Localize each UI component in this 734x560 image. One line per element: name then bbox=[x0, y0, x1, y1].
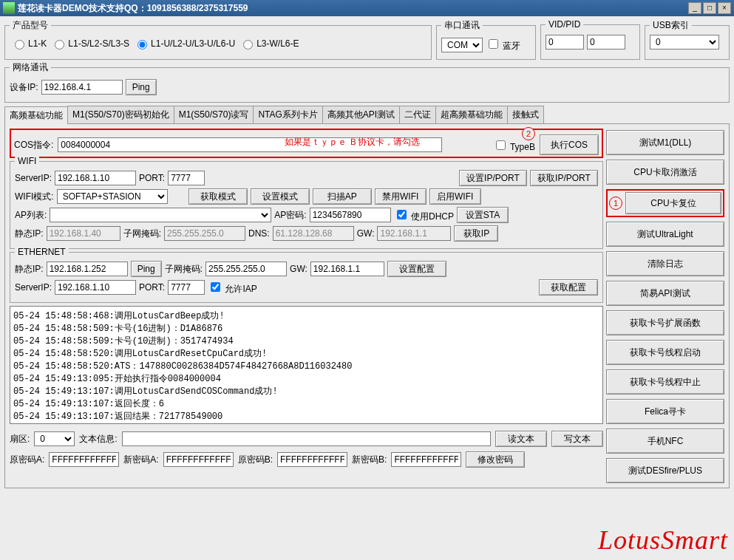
get-mode-button[interactable]: 获取模式 bbox=[188, 188, 248, 205]
tab-hf-basic[interactable]: 高频基础功能 bbox=[4, 106, 68, 124]
eth-serverip[interactable] bbox=[55, 280, 136, 295]
tab-contact[interactable]: 接触式 bbox=[507, 106, 544, 123]
pwd-b-old[interactable] bbox=[277, 452, 347, 467]
pwd-a-new[interactable] bbox=[163, 452, 234, 467]
set-ipport-button[interactable]: 设置IP/PORT bbox=[459, 170, 527, 186]
cpu-reset-button[interactable]: CPU卡复位 bbox=[625, 192, 721, 214]
scan-ap-button[interactable]: 扫描AP bbox=[313, 188, 372, 205]
tab-ntag[interactable]: NTAG系列卡片 bbox=[253, 106, 322, 123]
app-icon bbox=[3, 2, 15, 14]
test-m1-button[interactable]: 测试M1(DLL) bbox=[606, 130, 724, 155]
com-select[interactable]: COM1 bbox=[441, 38, 483, 52]
log-output[interactable]: 05-24 15:48:58:468:调用LotusCardBeep成功! 05… bbox=[10, 306, 603, 424]
tab-hf-api[interactable]: 高频其他API测试 bbox=[322, 106, 400, 123]
minimize-button[interactable]: _ bbox=[688, 2, 701, 14]
watermark: LotusSmart bbox=[598, 525, 728, 556]
product-legend: 产品型号 bbox=[10, 19, 51, 32]
set-config-button[interactable]: 设置配置 bbox=[387, 261, 446, 277]
write-text-button[interactable]: 写文本 bbox=[551, 431, 603, 447]
radio-l3w[interactable]: L3-W/L6-E bbox=[239, 38, 299, 49]
dhcp-check[interactable]: 使用DHCP bbox=[394, 208, 454, 223]
eth-gw[interactable] bbox=[310, 262, 384, 276]
bluetooth-check[interactable]: 蓝牙 bbox=[486, 37, 520, 52]
cos-command-box: COS指令: 如果是ｔｙｐｅ Ｂ协议卡，请勾选 TypeB 2 执行COS bbox=[10, 129, 603, 158]
radio-l1u[interactable]: L1-U/L2-U/L3-U/L6-U bbox=[134, 38, 235, 49]
ap-list-select[interactable] bbox=[50, 208, 271, 222]
ext-func-button[interactable]: 获取卡号扩展函数 bbox=[606, 310, 724, 335]
cpu-reset-highlight: 1 CPU卡复位 bbox=[606, 189, 724, 217]
side-buttons: 测试M1(DLL) CPU卡取消激活 1 CPU卡复位 测试UltraLight… bbox=[606, 129, 724, 483]
thread-start-button[interactable]: 获取卡号线程启动 bbox=[606, 340, 724, 365]
get-ipport-button[interactable]: 获取IP/PORT bbox=[530, 170, 598, 186]
enable-wifi-button[interactable]: 启用WIFI bbox=[429, 188, 481, 205]
wifi-group: WIFI ServerIP: PORT: 设置IP/PORT 获取IP/PORT… bbox=[10, 161, 603, 249]
network-group: 网络通讯 设备IP: Ping bbox=[4, 61, 730, 103]
sector-select[interactable]: 0 bbox=[34, 431, 75, 446]
eth-mask[interactable] bbox=[205, 262, 287, 276]
titlebar: 莲花读卡器DEMO技术支持QQ：1091856388/2375317559 _ … bbox=[0, 0, 734, 16]
set-mode-button[interactable]: 设置模式 bbox=[251, 188, 310, 205]
ping-button[interactable]: Ping bbox=[126, 79, 157, 95]
usb-index-select[interactable]: 0 bbox=[650, 35, 719, 49]
eth-static-ip[interactable] bbox=[47, 262, 128, 276]
felica-button[interactable]: Felica寻卡 bbox=[606, 399, 724, 424]
clear-log-button[interactable]: 清除日志 bbox=[606, 251, 724, 276]
product-model-group: 产品型号 L1-K L1-S/L2-S/L3-S L1-U/L2-U/L3-U/… bbox=[4, 19, 432, 60]
exec-cos-button[interactable]: 执行COS bbox=[540, 134, 599, 155]
tab-bar: 高频基础功能 M1(S50/S70)密码初始化 M1(S50/S70)读写 NT… bbox=[4, 106, 730, 124]
cpu-deactivate-button[interactable]: CPU卡取消激活 bbox=[606, 160, 724, 185]
wifi-serverip-input[interactable] bbox=[55, 171, 136, 185]
pid-input[interactable] bbox=[587, 35, 625, 49]
tab-m1-rw[interactable]: M1(S50/S70)读写 bbox=[174, 106, 254, 123]
tab-idcard[interactable]: 二代证 bbox=[399, 106, 436, 123]
eth-ping-button[interactable]: Ping bbox=[131, 261, 162, 277]
eth-port[interactable] bbox=[168, 280, 205, 295]
ap-pwd-input[interactable] bbox=[310, 208, 391, 222]
product-radios: L1-K L1-S/L2-S/L3-S L1-U/L2-U/L3-U/L6-U … bbox=[10, 35, 427, 52]
thread-stop-button[interactable]: 获取卡号线程中止 bbox=[606, 369, 724, 395]
tab-uhf[interactable]: 超高频基础功能 bbox=[435, 106, 508, 123]
radio-l1s[interactable]: L1-S/L2-S/L3-S bbox=[51, 38, 129, 49]
iap-check[interactable]: 允许IAP bbox=[208, 280, 257, 296]
read-text-button[interactable]: 读文本 bbox=[495, 431, 547, 447]
modify-pwd-button[interactable]: 修改密码 bbox=[466, 451, 525, 468]
close-button[interactable]: × bbox=[718, 2, 731, 14]
disable-wifi-button[interactable]: 禁用WIFI bbox=[375, 188, 427, 205]
pwd-b-new[interactable] bbox=[391, 452, 461, 467]
vidpid-group: VID/PID bbox=[540, 19, 640, 60]
get-config-button[interactable]: 获取配置 bbox=[539, 279, 598, 296]
annotation-1: 1 bbox=[609, 197, 622, 210]
tab-m1-pwd-init[interactable]: M1(S50/S70)密码初始化 bbox=[67, 106, 174, 123]
wifi-gw bbox=[377, 226, 451, 241]
usb-index-group: USB索引 0 bbox=[645, 19, 730, 60]
get-ip-button[interactable]: 获取IP bbox=[454, 225, 498, 242]
simple-api-button[interactable]: 简易API测试 bbox=[606, 281, 724, 306]
text-info-input[interactable] bbox=[122, 431, 491, 446]
serial-group: 串口通讯 COM1 蓝牙 bbox=[436, 19, 536, 60]
wifi-mask bbox=[164, 226, 245, 241]
wifi-dns bbox=[273, 226, 354, 241]
wifi-static-ip bbox=[47, 226, 120, 241]
window-title: 莲花读卡器DEMO技术支持QQ：1091856388/2375317559 bbox=[18, 2, 687, 15]
ethernet-group: ETHERNET 静态IP: Ping 子网掩码: GW: 设置配置 Serve… bbox=[10, 252, 603, 303]
vid-input[interactable] bbox=[546, 35, 584, 49]
ultralight-button[interactable]: 测试UltraLight bbox=[606, 222, 724, 247]
wifi-port-input[interactable] bbox=[168, 171, 205, 185]
annotation-2: 2 bbox=[522, 127, 535, 140]
set-sta-button[interactable]: 设置STA bbox=[457, 207, 509, 223]
wifi-mode-select[interactable]: SOFTAP+STASION bbox=[57, 189, 168, 204]
pwd-a-old[interactable] bbox=[49, 452, 119, 467]
device-ip-input[interactable] bbox=[41, 80, 123, 95]
desfire-button[interactable]: 测试DESfire/PLUS bbox=[606, 458, 724, 483]
nfc-button[interactable]: 手机NFC bbox=[606, 428, 724, 454]
typeb-hint: 如果是ｔｙｐｅ Ｂ协议卡，请勾选 bbox=[285, 136, 420, 148]
radio-l1k[interactable]: L1-K bbox=[11, 38, 47, 49]
maximize-button[interactable]: □ bbox=[703, 2, 716, 14]
